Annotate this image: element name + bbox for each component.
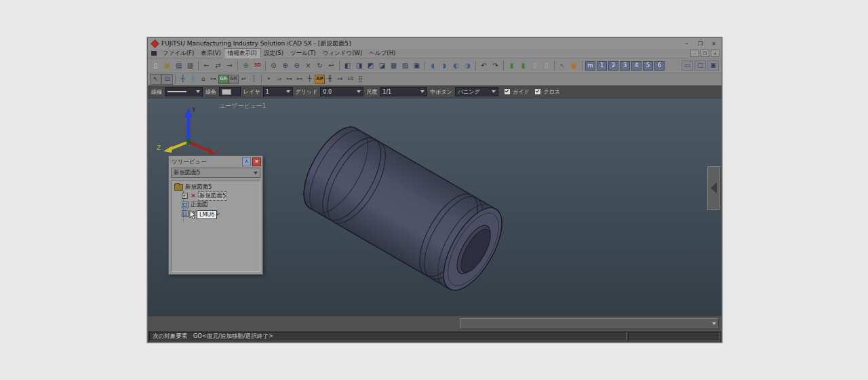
menu-info-display[interactable]: 情報表示(I): [224, 49, 260, 58]
view-top-button[interactable]: ◪: [376, 60, 388, 71]
level-1-button[interactable]: 1: [597, 61, 607, 71]
copy-part-button[interactable]: ╋: [188, 75, 198, 84]
level-2-button[interactable]: 2: [608, 61, 618, 71]
solid-tool-4-button[interactable]: ◑: [462, 60, 473, 71]
direct-pick-button[interactable]: ↖: [557, 60, 568, 71]
view-side-button[interactable]: ◩: [365, 60, 376, 71]
point-endpoint-button[interactable]: ⊷: [294, 75, 304, 84]
level-5-button[interactable]: 5: [643, 61, 653, 71]
view-wireframe-button[interactable]: ▦: [388, 60, 399, 71]
auto-point-button[interactable]: AP: [315, 75, 325, 84]
view-points-button[interactable]: ▣: [411, 60, 422, 71]
level-m-button[interactable]: m: [585, 61, 595, 71]
collapse-expander-icon[interactable]: [182, 193, 188, 199]
3d-model-bushing[interactable]: [280, 109, 545, 316]
document-window-icon[interactable]: [151, 51, 157, 56]
grid-pitch-button[interactable]: 10: [345, 75, 355, 84]
group-off-button[interactable]: GR: [229, 75, 239, 84]
polygon-button[interactable]: ⌂: [198, 75, 208, 84]
assembly-button[interactable]: ●: [568, 60, 580, 71]
tree-item-model[interactable]: × 新規図面5: [173, 191, 258, 200]
menu-help[interactable]: ヘルプ(H): [366, 49, 399, 58]
part-inactive-2-button[interactable]: ▯: [540, 60, 552, 71]
point-offset-button[interactable]: ↦: [335, 75, 345, 84]
3d-viewport[interactable]: ユーザービュー1 Y X Z: [148, 98, 722, 316]
grid-dots-button[interactable]: ⣿: [355, 75, 366, 84]
level-6-button[interactable]: 6: [654, 61, 665, 71]
zoom-in-button[interactable]: ⊕: [279, 60, 291, 71]
child-close-button[interactable]: ×: [711, 50, 719, 57]
level-3-button[interactable]: 3: [620, 61, 630, 71]
grid-select[interactable]: 0.0: [320, 87, 363, 96]
point-midpoint-button[interactable]: ⊶: [284, 75, 294, 84]
line-type-select[interactable]: [165, 87, 203, 96]
minimize-button[interactable]: –: [681, 40, 692, 48]
path-branch-button[interactable]: ⇄: [212, 60, 224, 71]
window-focus-button[interactable]: ▣: [707, 60, 719, 71]
tree-item-front-view[interactable]: 正面図: [173, 200, 258, 209]
panel-collapse-button[interactable]: [707, 166, 720, 210]
point-on-element-button[interactable]: ⊸: [274, 75, 284, 84]
point-divide-button[interactable]: ╫: [325, 75, 335, 84]
zoom-out-button[interactable]: ⊖: [291, 60, 302, 71]
cross-checkbox[interactable]: [534, 88, 541, 95]
redo-button[interactable]: ↷: [490, 60, 501, 71]
toolbar-button-icon: ◗: [443, 62, 446, 69]
print-button[interactable]: ▥: [184, 60, 196, 71]
command-history-select[interactable]: [460, 318, 719, 329]
view-front-button[interactable]: ◨: [353, 60, 365, 71]
point-intersection-button[interactable]: ┼: [304, 75, 315, 84]
environment-button[interactable]: ⊕: [240, 60, 252, 71]
move-part-button[interactable]: ╋: [178, 75, 188, 84]
window-cascade-button[interactable]: ▭: [682, 60, 693, 71]
view-isometric-button[interactable]: ◧: [342, 60, 353, 71]
tree-panel-titlebar[interactable]: ツリービュー ∧ ×: [169, 156, 262, 167]
tree-close-button[interactable]: ×: [252, 157, 261, 166]
close-button[interactable]: ×: [708, 40, 719, 48]
zoom-previous-button[interactable]: ↩: [326, 60, 337, 71]
link-button[interactable]: ⊶: [208, 75, 218, 84]
line-color-button[interactable]: [219, 87, 241, 96]
new-file-button[interactable]: ▯: [150, 60, 161, 71]
part-inactive-1-button[interactable]: ▯: [529, 60, 540, 71]
menu-settings[interactable]: 設定(S): [260, 49, 287, 58]
solid-tool-1-button[interactable]: ◖: [427, 60, 439, 71]
open-file-button[interactable]: ▣: [161, 60, 173, 71]
guide-checkbox[interactable]: [504, 88, 511, 95]
select-range-button[interactable]: ⊡: [161, 74, 173, 85]
part-active-1-button[interactable]: ▮: [506, 60, 517, 71]
zoom-cancel-button[interactable]: ×: [302, 60, 314, 71]
tree-item-root[interactable]: 新規図面5: [173, 183, 258, 191]
back-button[interactable]: ←: [201, 60, 212, 71]
solid-tool-2-button[interactable]: ◗: [439, 60, 450, 71]
restore-button[interactable]: ❐: [694, 40, 706, 48]
window-maximize-button[interactable]: ▢: [694, 60, 706, 71]
menu-view[interactable]: 表示(V): [197, 49, 224, 58]
group-on-button[interactable]: GR: [218, 75, 229, 84]
menu-file[interactable]: ファイル(F): [159, 49, 197, 58]
title-bar[interactable]: FUJITSU Manufacturing Industry Solution …: [148, 38, 722, 49]
node-list-button[interactable]: ┆: [249, 75, 259, 84]
middle-button-select[interactable]: パニング: [455, 87, 498, 96]
undo-button[interactable]: ↶: [478, 60, 490, 71]
layer-select[interactable]: 1: [263, 87, 293, 96]
tree-target-select[interactable]: 新規図面5: [171, 168, 260, 178]
save-button[interactable]: ▤: [173, 60, 184, 71]
redraw-button[interactable]: ↻: [314, 60, 326, 71]
view-plane-button[interactable]: ▤: [399, 60, 411, 71]
select-pointer-button[interactable]: ↖: [150, 74, 161, 85]
return-element-button[interactable]: ↵: [239, 75, 249, 84]
forward-button[interactable]: →: [224, 60, 235, 71]
rollup-button[interactable]: ∧: [242, 157, 251, 166]
menu-tools[interactable]: ツール(T): [287, 49, 319, 58]
zoom-button[interactable]: ⊙: [268, 60, 279, 71]
level-4-button[interactable]: 4: [631, 61, 642, 71]
child-minimize-button[interactable]: –: [690, 50, 699, 57]
point-button[interactable]: •: [264, 75, 274, 84]
convert-2d3d-button[interactable]: 3D: [252, 60, 263, 71]
scale-select[interactable]: 1/1: [380, 87, 427, 96]
part-active-2-button[interactable]: ▮: [517, 60, 529, 71]
menu-window[interactable]: ウィンドウ(W): [319, 49, 366, 58]
solid-tool-3-button[interactable]: ◐: [450, 60, 462, 71]
child-restore-button[interactable]: ❐: [701, 50, 709, 57]
